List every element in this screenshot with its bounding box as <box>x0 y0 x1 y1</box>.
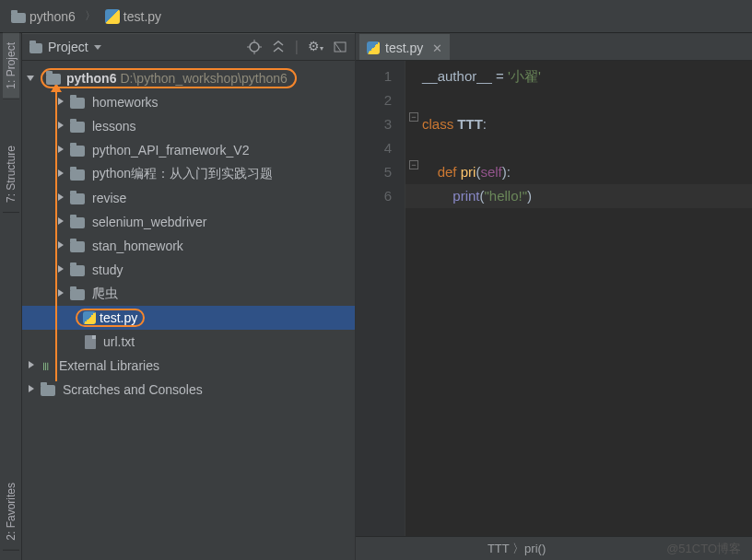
gear-icon[interactable]: ⚙▾ <box>308 39 323 56</box>
editor-tab[interactable]: test.py ✕ <box>359 34 450 60</box>
expand-arrow-icon[interactable] <box>26 384 37 395</box>
tree-folder-label: homeworks <box>92 95 159 110</box>
expand-arrow-icon[interactable] <box>55 145 66 156</box>
tree-folder[interactable]: revise <box>22 186 355 210</box>
chevron-down-icon <box>94 45 101 50</box>
line-gutter[interactable]: 1 2 3 4 5 6 <box>356 61 405 536</box>
folder-icon <box>70 217 85 228</box>
close-tab-icon[interactable]: ✕ <box>432 41 442 55</box>
folder-icon <box>11 13 26 23</box>
breadcrumb-root[interactable]: python6 <box>6 7 81 26</box>
tree-folder[interactable]: homeworks <box>22 90 355 114</box>
folder-icon <box>70 122 85 133</box>
navigation-breadcrumb: python6 〉 test.py <box>0 0 752 33</box>
expand-arrow-icon[interactable] <box>55 240 66 251</box>
tree-folder[interactable]: lessons <box>22 114 355 138</box>
external-libraries-label: External Libraries <box>59 358 159 373</box>
tree-folder[interactable]: study <box>22 258 355 282</box>
project-root-name: python6 <box>66 71 116 86</box>
external-libraries[interactable]: ⫼ External Libraries <box>22 354 355 378</box>
expand-arrow-icon[interactable] <box>55 121 66 132</box>
tree-folder-label: revise <box>92 191 126 205</box>
python-file-icon <box>83 311 96 324</box>
tree-folder-label: python_API_framework_V2 <box>92 143 249 158</box>
folder-icon <box>70 193 85 204</box>
breadcrumb-separator: 〉 <box>85 8 96 24</box>
tool-window-rail-left: 1: Project 7: Structure 2: Favorites <box>0 33 22 560</box>
svg-point-0 <box>250 42 259 52</box>
tree-folder-label: lessons <box>92 119 135 134</box>
tree-file-label: url.txt <box>103 334 135 349</box>
editor-area: test.py ✕ 1 2 3 4 5 6 __author__ = '小翟' … <box>356 33 752 560</box>
expand-arrow-icon[interactable] <box>55 288 66 299</box>
tree-folder[interactable]: python编程：从入门到实践习题 <box>22 162 355 186</box>
editor-tab-label: test.py <box>385 41 423 55</box>
tree-folder-label: python编程：从入门到实践习题 <box>92 166 273 182</box>
locate-icon[interactable] <box>247 40 262 54</box>
project-root-path: D:\python_workshop\python6 <box>120 71 287 86</box>
expand-arrow-icon[interactable] <box>26 73 37 84</box>
scratches-label: Scratches and Consoles <box>63 382 203 397</box>
folder-icon <box>46 74 61 85</box>
expand-arrow-icon[interactable] <box>55 216 66 228</box>
watermark: @51CTO博客 <box>666 541 741 557</box>
project-root-row[interactable]: python6 D:\python_workshop\python6 <box>22 66 355 90</box>
hide-panel-icon[interactable] <box>333 40 347 54</box>
expand-arrow-icon[interactable] <box>55 264 66 275</box>
folder-icon <box>41 385 55 396</box>
tree-file[interactable]: url.txt <box>22 330 355 354</box>
breadcrumb-file[interactable]: test.py <box>100 7 167 26</box>
tree-folder[interactable]: 爬虫 <box>22 282 355 306</box>
panel-title[interactable]: Project <box>29 40 101 54</box>
folder-icon <box>70 146 85 157</box>
expand-arrow-icon[interactable] <box>55 169 66 180</box>
folder-icon <box>70 98 85 109</box>
project-tool-window: Project | ⚙▾ python6 D:\python_workshop\… <box>22 33 356 560</box>
text-file-icon <box>85 335 96 349</box>
folder-icon <box>70 241 85 252</box>
tree-file-selected[interactable]: test.py <box>22 306 355 330</box>
tree-file-label: test.py <box>100 310 137 325</box>
project-tree[interactable]: python6 D:\python_workshop\python6 homew… <box>22 61 355 560</box>
expand-arrow-icon[interactable] <box>26 360 37 371</box>
folder-icon <box>70 169 85 181</box>
tree-folder-label: selenium_webdriver <box>92 215 207 229</box>
tree-folder-label: stan_homework <box>92 239 183 253</box>
fold-icon[interactable]: − <box>409 160 418 169</box>
scratches-consoles[interactable]: Scratches and Consoles <box>22 378 355 402</box>
editor-tab-bar: test.py ✕ <box>356 33 752 61</box>
rail-tab-structure[interactable]: 7: Structure <box>3 136 19 213</box>
editor-breadcrumb[interactable]: TTT 〉pri() @51CTO博客 <box>356 536 752 560</box>
library-icon: ⫼ <box>41 359 52 372</box>
expand-arrow-icon[interactable] <box>55 192 66 204</box>
collapse-all-icon[interactable] <box>271 40 286 54</box>
project-icon <box>29 43 42 53</box>
svg-line-6 <box>335 42 341 52</box>
python-file-icon <box>105 9 120 24</box>
expand-arrow-icon[interactable] <box>55 97 66 108</box>
tree-folder[interactable]: selenium_webdriver <box>22 210 355 234</box>
folder-icon <box>70 289 85 300</box>
panel-title-label: Project <box>48 40 88 54</box>
code-editor[interactable]: __author__ = '小翟' −class TTT: − def pri(… <box>405 61 752 536</box>
tree-folder[interactable]: python_API_framework_V2 <box>22 138 355 162</box>
breadcrumb-file-label: test.py <box>123 9 161 24</box>
folder-icon <box>70 265 85 276</box>
tree-folder-label: study <box>92 262 123 277</box>
fold-icon[interactable]: − <box>409 112 418 122</box>
tree-folder-label: 爬虫 <box>92 286 118 302</box>
breadcrumb-root-label: python6 <box>29 9 76 24</box>
rail-tab-project[interactable]: 1: Project <box>3 33 19 99</box>
python-file-icon <box>367 41 380 54</box>
tree-folder[interactable]: stan_homework <box>22 234 355 258</box>
rail-tab-favorites[interactable]: 2: Favorites <box>3 473 19 551</box>
